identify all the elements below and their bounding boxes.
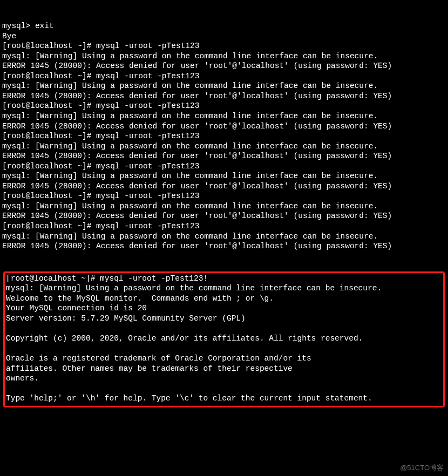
scrollback-line: mysql: [Warning] Using a password on the… xyxy=(2,232,446,242)
highlight-line: affiliates. Other names may be trademark… xyxy=(6,364,442,374)
scrollback-line: ERROR 1045 (28000): Access denied for us… xyxy=(2,211,446,221)
scrollback-line: Bye xyxy=(2,31,446,42)
highlight-line xyxy=(6,384,442,394)
highlight-line: mysql: [Warning] Using a password on the… xyxy=(6,283,442,294)
scrollback-line: [root@localhost ~]# mysql -uroot -pTest1… xyxy=(2,101,446,111)
scrollback-line: [root@localhost ~]# mysql -uroot -pTest1… xyxy=(2,221,446,232)
highlight-line xyxy=(6,324,442,334)
terminal-scrollback: mysql> exitBye[root@localhost ~]# mysql … xyxy=(2,21,446,251)
highlight-line xyxy=(6,344,442,354)
scrollback-line: [root@localhost ~]# mysql -uroot -pTest1… xyxy=(2,191,446,201)
highlight-line: owners. xyxy=(6,373,442,384)
scrollback-line: [root@localhost ~]# mysql -uroot -pTest1… xyxy=(2,131,446,141)
highlighted-successful-login: [root@localhost ~]# mysql -uroot -pTest1… xyxy=(3,271,445,407)
highlight-line: Type 'help;' or '\h' for help. Type '\c'… xyxy=(6,393,442,404)
scrollback-line: mysql: [Warning] Using a password on the… xyxy=(2,51,446,62)
scrollback-line: ERROR 1045 (28000): Access denied for us… xyxy=(2,241,446,251)
scrollback-line: mysql: [Warning] Using a password on the… xyxy=(2,171,446,181)
scrollback-line: ERROR 1045 (28000): Access denied for us… xyxy=(2,151,446,161)
scrollback-line: mysql> exit xyxy=(2,21,446,31)
scrollback-line: ERROR 1045 (28000): Access denied for us… xyxy=(2,91,446,101)
scrollback-line: mysql: [Warning] Using a password on the… xyxy=(2,111,446,121)
highlight-line: Copyright (c) 2000, 2020, Oracle and/or … xyxy=(6,334,442,344)
scrollback-line: ERROR 1045 (28000): Access denied for us… xyxy=(2,121,446,132)
scrollback-line: ERROR 1045 (28000): Access denied for us… xyxy=(2,181,446,192)
highlight-line: Your MySQL connection id is 20 xyxy=(6,303,442,314)
highlight-line: Server version: 5.7.29 MySQL Community S… xyxy=(6,314,442,324)
terminal-window[interactable]: mysql> exitBye[root@localhost ~]# mysql … xyxy=(0,0,448,421)
highlight-line: Welcome to the MySQL monitor. Commands e… xyxy=(6,294,442,304)
scrollback-line: mysql: [Warning] Using a password on the… xyxy=(2,201,446,212)
scrollback-line: ERROR 1045 (28000): Access denied for us… xyxy=(2,61,446,71)
scrollback-line: [root@localhost ~]# mysql -uroot -pTest1… xyxy=(2,41,446,51)
highlight-line: Oracle is a registered trademark of Orac… xyxy=(6,353,442,364)
scrollback-line: [root@localhost ~]# mysql -uroot -pTest1… xyxy=(2,161,446,172)
highlight-line: [root@localhost ~]# mysql -uroot -pTest1… xyxy=(6,274,442,284)
scrollback-line: mysql: [Warning] Using a password on the… xyxy=(2,81,446,91)
scrollback-line: [root@localhost ~]# mysql -uroot -pTest1… xyxy=(2,71,446,81)
scrollback-line: mysql: [Warning] Using a password on the… xyxy=(2,141,446,152)
